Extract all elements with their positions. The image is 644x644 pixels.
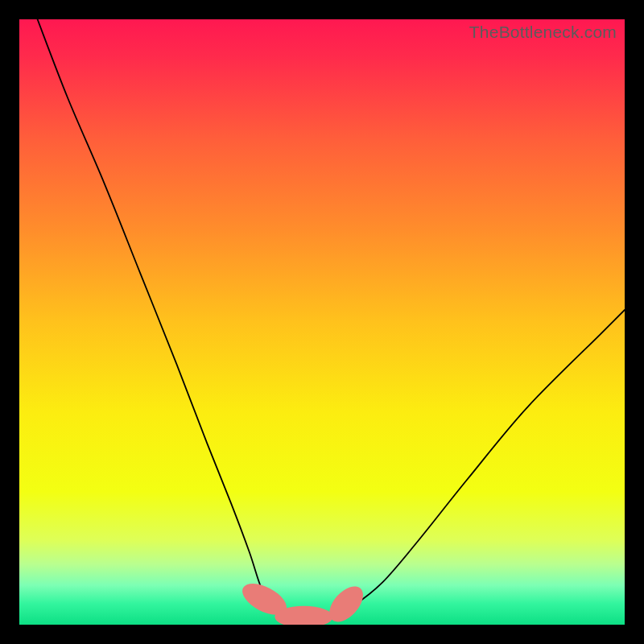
plot-area: TheBottleneck.com [19,19,625,625]
bottleneck-curve [38,19,625,617]
marker-layer [237,577,369,625]
watermark-text: TheBottleneck.com [469,23,617,42]
chart-frame: TheBottleneck.com [0,0,644,644]
curve-layer [19,19,625,625]
